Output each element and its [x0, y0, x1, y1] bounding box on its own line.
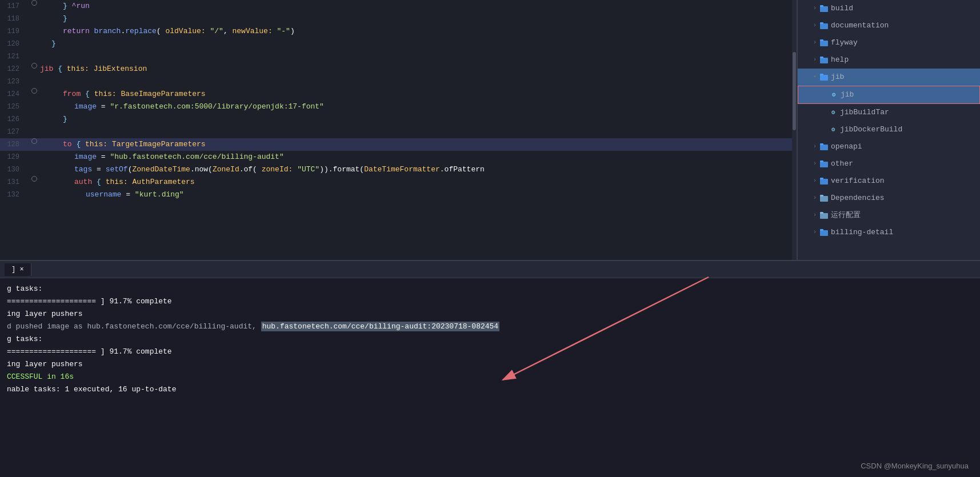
token: zoneId: — [262, 165, 293, 174]
file-tree-sidebar[interactable]: ›build›documentation›flyway›help▾jib⚙jib… — [797, 0, 980, 260]
tree-item-label: jibBuildTar — [840, 106, 889, 119]
token: = — [92, 165, 105, 174]
folder-icon — [819, 159, 829, 169]
editor-scrollbar-thumb[interactable] — [793, 52, 796, 130]
tree-item-other[interactable]: ›other — [798, 155, 980, 173]
code-line: 122jib { this: JibExtension — [0, 63, 797, 75]
tree-item-label: jibDockerBuild — [840, 123, 902, 137]
token: "-" — [273, 27, 290, 35]
token: tags — [74, 165, 92, 174]
tree-item-jib[interactable]: ⚙jib — [798, 86, 980, 104]
line-gutter — [29, 0, 40, 6]
code-line: 132username = "kurt.ding" — [0, 189, 797, 201]
tree-item-help[interactable]: ›help — [798, 51, 980, 69]
svg-rect-8 — [820, 75, 828, 81]
code-line: 123 — [0, 75, 797, 88]
folder-special-icon — [819, 211, 829, 220]
tree-item-verification[interactable]: ›verification — [798, 173, 980, 190]
tree-item-label: verification — [831, 174, 885, 188]
tree-item-build[interactable]: ›build — [798, 0, 980, 17]
token: jib — [40, 65, 53, 73]
chevron-down-icon: ▾ — [811, 74, 818, 81]
tree-item-label: jib — [841, 88, 854, 102]
tree-item-jibbuildtar[interactable]: ⚙jibBuildTar — [798, 104, 980, 121]
code-line: 124from { this: BaseImageParameters — [0, 88, 797, 101]
terminal-tab[interactable]: ] × — [5, 263, 31, 276]
svg-rect-0 — [820, 6, 828, 12]
terminal-line: ==================== ] 91.7% complete — [7, 346, 973, 358]
token: } — [63, 14, 67, 23]
tree-item-jibdockerbuild[interactable]: ⚙jibDockerBuild — [798, 121, 980, 138]
chevron-right-icon: › — [811, 143, 818, 150]
tree-item-billing-detail[interactable]: ›billing-detail — [798, 224, 980, 241]
folder-icon — [819, 73, 829, 82]
terminal-text: g tasks: — [7, 284, 42, 293]
token: replace — [125, 27, 157, 35]
code-editor-wrapper[interactable]: 117} ^run118}119return branch.replace( o… — [0, 0, 797, 260]
terminal-line: CCESSFUL in 16s — [7, 371, 973, 383]
line-content: return branch.replace( oldValue: "/", ne… — [40, 25, 797, 38]
tree-item-flyway[interactable]: ›flyway — [798, 34, 980, 51]
token: "kurt.ding" — [135, 190, 184, 199]
token: } — [51, 39, 56, 48]
token: DateTimeFormatter — [364, 165, 440, 174]
token: "/" — [206, 27, 223, 35]
token: image — [74, 102, 97, 111]
line-number: 130 — [0, 163, 29, 176]
bottom-row: ] × g tasks:==================== ] 91.7%… — [0, 260, 980, 477]
token: return — [63, 27, 94, 35]
tree-item-label: help — [831, 53, 849, 67]
line-content: jib { this: JibExtension — [40, 63, 797, 75]
token: { — [72, 140, 85, 149]
editor-sidebar-row: 117} ^run118}119return branch.replace( o… — [0, 0, 980, 260]
code-editor[interactable]: 117} ^run118}119return branch.replace( o… — [0, 0, 797, 260]
line-number: 119 — [0, 25, 29, 38]
chevron-right-icon: › — [811, 161, 818, 167]
tree-item-label: 运行配置 — [831, 209, 861, 222]
terminal-content[interactable]: g tasks:==================== ] 91.7% com… — [0, 278, 980, 477]
line-content: image = "hub.fastonetech.com/cce/billing… — [40, 151, 797, 163]
chevron-right-icon — [821, 109, 827, 116]
terminal-line: ing layer pushers — [7, 308, 973, 320]
svg-rect-10 — [820, 145, 828, 150]
chevron-right-icon: › — [811, 178, 818, 185]
code-line: 130tags = setOf(ZonedDateTime.now(ZoneId… — [0, 163, 797, 176]
tree-item-label: billing-detail — [831, 226, 893, 239]
tree-item-documentation[interactable]: ›documentation — [798, 17, 980, 34]
token: JibExtension — [89, 65, 147, 73]
svg-rect-1 — [820, 5, 823, 7]
editor-scrollbar-track[interactable] — [792, 0, 797, 260]
tree-item-openapi[interactable]: ›openapi — [798, 138, 980, 155]
line-number: 128 — [0, 138, 29, 151]
svg-rect-12 — [820, 162, 828, 167]
terminal-text: ing layer pushers — [7, 310, 83, 318]
token: ZoneId — [213, 165, 239, 174]
chevron-right-icon — [821, 126, 827, 133]
token: "hub. — [110, 153, 132, 161]
terminal-line: ing layer pushers — [7, 358, 973, 371]
token: image — [74, 153, 97, 161]
token: to — [63, 140, 72, 149]
tree-item-----[interactable]: ›运行配置 — [798, 207, 980, 224]
token: .com:5000/library/openjdk:17-font" — [173, 102, 324, 111]
code-line: 118} — [0, 13, 797, 25]
token: { — [53, 65, 66, 73]
code-lines: 117} ^run118}119return branch.replace( o… — [0, 0, 797, 201]
token: .ofPattern — [440, 165, 485, 174]
tree-item-jib[interactable]: ▾jib — [798, 69, 980, 86]
terminal-tab-bar: ] × — [0, 261, 980, 278]
svg-rect-7 — [820, 57, 823, 58]
chevron-right-icon: › — [811, 22, 818, 29]
svg-rect-5 — [820, 39, 823, 41]
chevron-right-icon: › — [811, 39, 818, 46]
svg-rect-2 — [820, 23, 828, 29]
folder-icon — [819, 38, 829, 47]
tree-item-dependencies[interactable]: ›Dependencies — [798, 190, 980, 207]
token: this: — [106, 178, 128, 186]
token: = — [121, 190, 134, 199]
gutter-marker — [31, 63, 37, 69]
line-content: to { this: TargetImageParameters — [40, 138, 797, 151]
token: ^run — [67, 2, 90, 10]
svg-rect-13 — [820, 161, 823, 162]
chevron-right-icon — [821, 91, 828, 98]
